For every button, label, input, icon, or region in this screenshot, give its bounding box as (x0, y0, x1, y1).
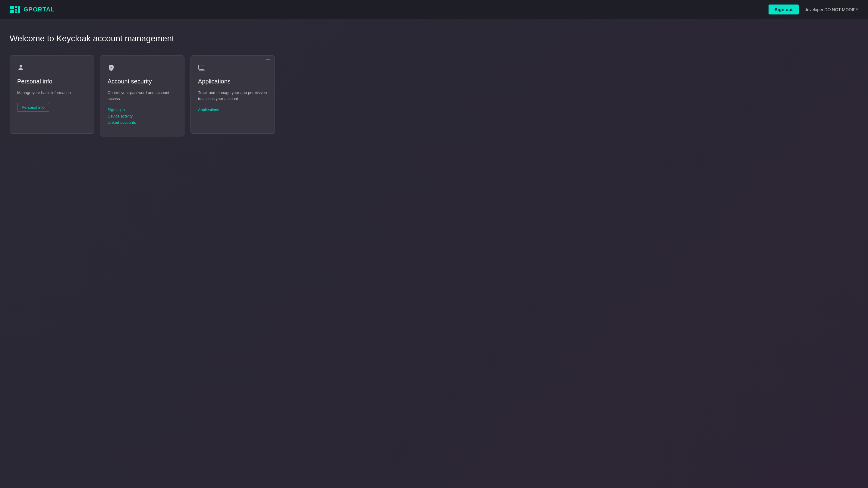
account-security-card: Account security Control your password a… (100, 56, 184, 136)
svg-point-6 (20, 65, 22, 67)
account-security-title: Account security (107, 78, 177, 85)
developer-label: developer DO NOT MODIFY (805, 7, 858, 12)
personal-info-title: Personal info (17, 78, 87, 85)
svg-rect-0 (10, 6, 14, 9)
svg-rect-5 (18, 6, 20, 13)
sign-out-button[interactable]: Sign out (769, 4, 799, 14)
personal-info-link[interactable]: Personal info (17, 103, 49, 112)
account-security-description: Control your password and account access (107, 90, 177, 101)
applications-card: Applications Track and manage your app p… (190, 56, 275, 134)
apps-icon (198, 64, 267, 73)
main-content: Welcome to Keycloak account management P… (0, 19, 868, 151)
applications-description: Track and manage your app permission to … (198, 90, 267, 101)
red-dash-indicator (266, 59, 270, 60)
svg-rect-7 (198, 65, 204, 69)
signing-in-link[interactable]: Signing in (107, 107, 177, 112)
svg-rect-4 (15, 11, 17, 13)
applications-link[interactable]: Applications (198, 107, 267, 112)
logo-text: GPORTAL (24, 6, 55, 13)
cards-grid: Personal info Manage your basic informat… (10, 56, 858, 136)
svg-rect-2 (15, 6, 17, 8)
logo-icon (10, 5, 21, 14)
svg-rect-1 (10, 10, 14, 13)
personal-info-description: Manage your basic information (17, 90, 87, 96)
svg-rect-3 (15, 9, 17, 10)
applications-title: Applications (198, 78, 267, 85)
app-header: GPORTAL Sign out developer DO NOT MODIFY (0, 0, 868, 19)
device-activity-link[interactable]: Device activity (107, 114, 177, 119)
person-icon (17, 64, 87, 73)
shield-icon (107, 64, 177, 73)
header-right: Sign out developer DO NOT MODIFY (769, 4, 858, 14)
linked-accounts-link[interactable]: Linked accounts (107, 120, 177, 125)
logo-area: GPORTAL (10, 5, 55, 14)
personal-info-card: Personal info Manage your basic informat… (10, 56, 94, 134)
page-title: Welcome to Keycloak account management (10, 34, 858, 43)
